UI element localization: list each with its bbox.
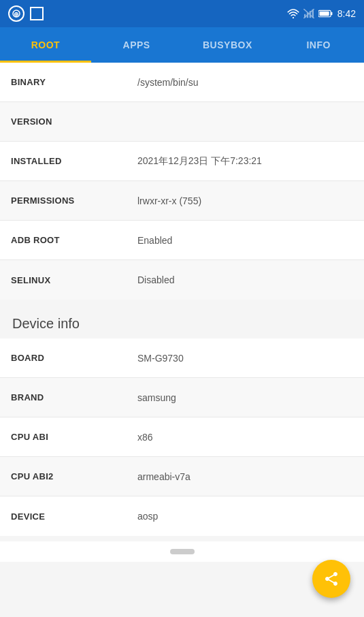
tab-root[interactable]: ROOT [0, 27, 91, 63]
binary-value: /system/bin/su [129, 67, 364, 97]
wifi-icon [287, 9, 299, 18]
bottom-hint [0, 541, 364, 562]
device-info-section: Device info BOARD SM-G9730 BRAND samsung… [0, 305, 364, 536]
time-display: 8:42 [337, 8, 356, 19]
table-row: ADB ROOT Enabled [0, 221, 364, 260]
selinux-value: Disabled [129, 265, 364, 295]
status-bar-right: 8:42 [287, 8, 356, 19]
scroll-indicator [170, 549, 195, 554]
share-icon [323, 571, 340, 587]
status-bar: ⊕ 8:42 [0, 0, 364, 27]
status-bar-left: ⊕ [8, 5, 44, 22]
brand-label: BRAND [0, 383, 129, 412]
tab-bar: ROOT APPS BUSYBOX INFO [0, 27, 364, 63]
root-info-section: BINARY /system/bin/su VERSION INSTALLED … [0, 63, 364, 300]
svg-rect-11 [319, 12, 329, 16]
permissions-value: lrwxr-xr-x (755) [129, 186, 364, 216]
table-row: DEVICE aosp [0, 496, 364, 536]
table-row: BOARD SM-G9730 [0, 338, 364, 378]
tab-info[interactable]: INFO [273, 27, 364, 63]
version-value [129, 112, 364, 131]
tab-busybox[interactable]: BUSYBOX [182, 27, 274, 63]
square-icon [30, 7, 44, 20]
version-label: VERSION [0, 107, 129, 136]
main-content: BINARY /system/bin/su VERSION INSTALLED … [0, 63, 364, 617]
share-fab[interactable] [312, 560, 350, 598]
table-row: PERMISSIONS lrwxr-xr-x (755) [0, 181, 364, 221]
cpu-abi2-value: armeabi-v7a [129, 462, 364, 492]
selinux-label: SELINUX [0, 266, 129, 295]
svg-text:⊕: ⊕ [14, 11, 19, 18]
table-row: INSTALLED 2021年12月23日 下午7:23:21 [0, 142, 364, 181]
cpu-abi2-label: CPU ABI2 [0, 462, 129, 491]
table-row: BRAND samsung [0, 378, 364, 417]
brand-value: samsung [129, 383, 364, 413]
table-row: BINARY /system/bin/su [0, 63, 364, 102]
device-info-header: Device info [0, 305, 364, 338]
tab-apps[interactable]: APPS [91, 27, 182, 63]
adb-root-label: ADB ROOT [0, 225, 129, 255]
device-value: aosp [129, 501, 364, 531]
table-row: SELINUX Disabled [0, 260, 364, 300]
cpu-abi-label: CPU ABI [0, 422, 129, 452]
signal-icon [303, 9, 314, 18]
svg-point-2 [293, 17, 294, 18]
adb-root-value: Enabled [129, 225, 364, 255]
table-row: VERSION [0, 102, 364, 142]
permissions-label: PERMISSIONS [0, 186, 129, 215]
installed-value: 2021年12月23日 下午7:23:21 [129, 146, 364, 177]
installed-label: INSTALLED [0, 146, 129, 176]
table-row: CPU ABI x86 [0, 417, 364, 457]
cpu-abi-value: x86 [129, 422, 364, 452]
device-info-title: Device info [12, 316, 80, 331]
board-value: SM-G9730 [129, 343, 364, 373]
table-row: CPU ABI2 armeabi-v7a [0, 457, 364, 496]
app-icon: ⊕ [8, 5, 24, 22]
battery-icon [318, 9, 333, 18]
device-label: DEVICE [0, 502, 129, 531]
binary-label: BINARY [0, 67, 129, 97]
svg-rect-10 [331, 12, 332, 16]
board-label: BOARD [0, 343, 129, 373]
